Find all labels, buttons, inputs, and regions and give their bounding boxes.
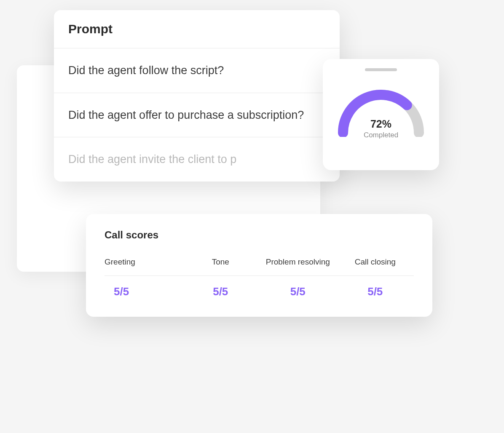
gauge-chart: 72% Completed [336,86,426,137]
prompt-card: Prompt Did the agent follow the script? … [54,10,340,182]
scores-column-value: 5/5 [337,285,414,298]
prompt-item-text: Did the agent invite the client to p [68,153,236,166]
scores-column-value: 5/5 [259,285,337,298]
scores-column-header: Call closing [337,254,414,275]
prompt-header: Prompt [54,10,340,48]
prompt-item[interactable]: Did the agent follow the script? [54,48,340,93]
call-scores-card: Call scores Greeting 5/5 Tone 5/5 Proble… [86,214,432,317]
divider [182,275,260,276]
scores-column: Problem resolving 5/5 [259,254,337,298]
gauge-value: 72% [336,118,426,130]
divider [259,275,337,276]
gauge-label: Completed [336,131,426,139]
call-scores-title: Call scores [105,229,414,241]
scores-column: Tone 5/5 [182,254,260,298]
gauge-center: 72% Completed [336,118,426,139]
scores-column: Greeting 5/5 [105,254,182,298]
gauge-card: 72% Completed [323,59,439,170]
prompt-item-text: Did the agent offer to purchase a subscr… [68,109,304,121]
prompt-item-text: Did the agent follow the script? [68,64,224,77]
scores-column-header: Problem resolving [259,254,337,275]
prompt-item[interactable]: Did the agent offer to purchase a subscr… [54,93,340,138]
scores-column-value: 5/5 [105,285,182,298]
drag-handle[interactable] [365,68,397,71]
divider [337,275,414,276]
prompt-item[interactable]: Did the agent invite the client to p [54,137,340,182]
prompt-title: Prompt [68,22,325,36]
scores-column-value: 5/5 [182,285,260,298]
call-scores-table: Greeting 5/5 Tone 5/5 Problem resolving … [105,254,414,298]
divider [105,275,182,276]
scores-column: Call closing 5/5 [337,254,414,298]
scores-column-header: Tone [182,254,260,275]
scores-column-header: Greeting [105,254,182,275]
